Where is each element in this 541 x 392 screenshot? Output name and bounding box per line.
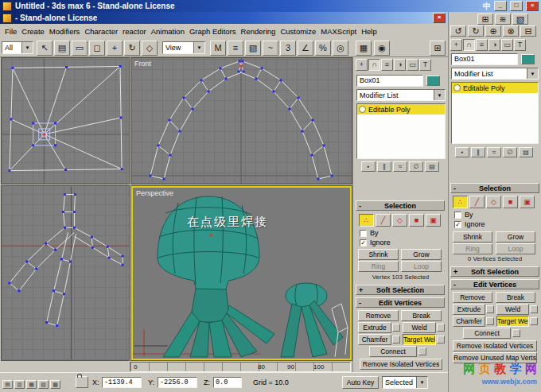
curve-editor-icon[interactable]: ~ [263,41,278,56]
x-coordinate-field[interactable]: -1139.4 [102,377,142,388]
viewport-top[interactable] [2,58,129,184]
remove-modifier-button[interactable]: ∅ [409,161,423,172]
layer-icon[interactable]: ▧ [512,14,528,25]
configure-button[interactable]: ▤ [519,147,533,157]
create-tab-icon[interactable]: + [450,39,462,51]
weld-settings-button[interactable] [437,324,445,332]
shrink-button[interactable]: Shrink [358,249,399,260]
status-mini-icon[interactable]: ▥ [14,380,25,389]
modify-tab-icon[interactable]: ∩ [368,59,380,71]
soft-selection-rollout-header[interactable]: + Soft Selection [356,285,445,295]
target-weld-settings-button[interactable] [530,317,538,325]
modifier-list-combo[interactable]: Modifier List ▼ [356,89,446,101]
show-end-result-button[interactable]: ∥ [471,147,485,157]
remove-button[interactable]: Remove [453,292,492,303]
edit-vertices-rollout-header[interactable]: - Edit Vertices [450,279,539,289]
z-coordinate-field[interactable]: 0.0 [213,377,242,388]
break-button[interactable]: Break [401,310,442,321]
status-mini-icon[interactable]: ▤ [2,380,13,389]
unlink-icon[interactable]: ⊗ [503,25,519,37]
hierarchy-tab-icon[interactable]: ≡ [381,59,393,71]
secondary-close-button[interactable]: × [433,13,446,23]
selection-rollout-header[interactable]: - Selection [356,200,445,211]
viewport-left[interactable] [2,186,129,360]
select-object-icon[interactable]: ↖ [37,41,53,56]
render-icon[interactable]: ◉ [374,41,390,56]
viewport-front[interactable]: Front [131,58,352,184]
crossing-selection-icon[interactable]: ◻ [89,41,105,56]
element-mode-icon[interactable]: ▣ [520,196,535,208]
connect-button[interactable]: Connect [463,328,511,339]
perspective-viewport-label[interactable]: Perspective [136,189,173,197]
modifier-stack[interactable]: Editable Poly [451,82,539,144]
soft-selection-rollout-header[interactable]: + Soft Selection [450,266,539,277]
link-icon[interactable]: ⊕ [485,25,501,37]
viewport-perspective[interactable]: Perspective 在点级里焊接 [131,186,352,360]
menu-maxscript[interactable]: MAXScript [321,27,356,36]
front-viewport-label[interactable]: Front [134,60,151,68]
rotate-tool-icon[interactable]: ↻ [124,41,140,56]
grow-button[interactable]: Grow [496,231,535,243]
extrude-settings-button[interactable] [392,324,400,332]
menu-graph-editors[interactable]: Graph Editors [189,27,236,36]
bind-icon[interactable]: ≋ [495,14,511,25]
status-mini-icon[interactable]: ▧ [38,380,49,389]
status-mini-icon[interactable]: ▦ [26,380,37,389]
remove-isolated-vertices-button[interactable]: Remove Isolated Vertices [453,340,537,351]
menu-modifiers[interactable]: Modifiers [49,27,80,36]
ignore-backfacing-checkbox[interactable]: ✓ [454,221,461,228]
spinner-snap-icon[interactable]: ◎ [333,41,348,56]
selection-lock-icon[interactable] [76,376,88,388]
chamfer-settings-button[interactable] [486,317,494,325]
display-tab-icon[interactable]: ▭ [407,59,418,71]
target-weld-button[interactable]: Target Weld [403,334,436,345]
shrink-button[interactable]: Shrink [453,231,492,243]
scale-tool-icon[interactable]: ◇ [142,41,158,56]
break-button[interactable]: Break [496,292,535,303]
schematic-icon[interactable]: ⊞ [477,14,493,25]
menu-help[interactable]: Help [361,27,377,36]
modifier-list-combo[interactable]: Modifier List ▼ [451,68,539,80]
remove-button[interactable]: Remove [358,310,399,321]
selection-filter-combo[interactable]: All ▼ [2,41,33,54]
reference-coordinate-combo[interactable]: View ▼ [162,41,205,54]
redo-icon[interactable]: ↻ [468,25,484,37]
configure-button[interactable]: ▤ [425,161,439,172]
remove-isolated-vertices-button[interactable]: Remove Isolated Vertices [360,359,442,370]
grow-button[interactable]: Grow [401,249,442,260]
auto-key-button[interactable]: Auto Key [342,376,379,389]
modifier-stack-row[interactable]: Editable Poly [452,83,538,93]
object-color-swatch[interactable] [521,54,535,64]
create-tab-icon[interactable]: + [356,59,368,71]
timeline-ruler[interactable]: 0 80 90 100 [130,362,351,372]
polygon-mode-icon[interactable]: ■ [409,214,424,227]
border-mode-icon[interactable]: ◇ [392,214,407,227]
ignore-backfacing-checkbox[interactable]: ✓ [360,239,367,246]
menu-file[interactable]: File [5,27,17,36]
utilities-tab-icon[interactable]: T [419,59,431,71]
object-name-field[interactable]: Box01 [356,75,423,87]
target-weld-settings-button[interactable] [437,336,445,343]
edit-vertices-rollout-header[interactable]: - Edit Vertices [356,297,445,308]
border-mode-icon[interactable]: ◇ [486,196,501,208]
align-icon[interactable]: ≡ [228,41,243,56]
object-name-field[interactable]: Box01 [451,53,518,65]
pin-stack-button[interactable]: ▪ [361,161,376,172]
pin-stack-button[interactable]: ▪ [455,147,469,157]
angle-snap-icon[interactable]: ∠ [298,41,313,56]
hierarchy-tab-icon[interactable]: ≡ [476,39,488,51]
connect-settings-button[interactable] [512,329,520,337]
snap-toggle-icon[interactable]: 3 [280,41,296,56]
make-unique-button[interactable]: ≈ [393,161,407,172]
main-titlebar[interactable]: Untitled - 3ds max 6 - Stand-alone Licen… [0,0,541,12]
pan-icon[interactable]: ⊟ [520,25,536,37]
edge-mode-icon[interactable]: ╱ [469,196,485,208]
connect-settings-button[interactable] [418,347,426,355]
by-vertex-checkbox[interactable] [360,230,367,237]
extrude-settings-button[interactable] [486,305,494,313]
undo-icon[interactable]: ↺ [450,25,466,37]
select-by-name-icon[interactable]: ▤ [54,41,70,56]
show-end-result-button[interactable]: ∥ [377,161,391,172]
y-coordinate-field[interactable]: -2256.0 [158,377,197,388]
make-unique-button[interactable]: ≈ [487,147,501,157]
